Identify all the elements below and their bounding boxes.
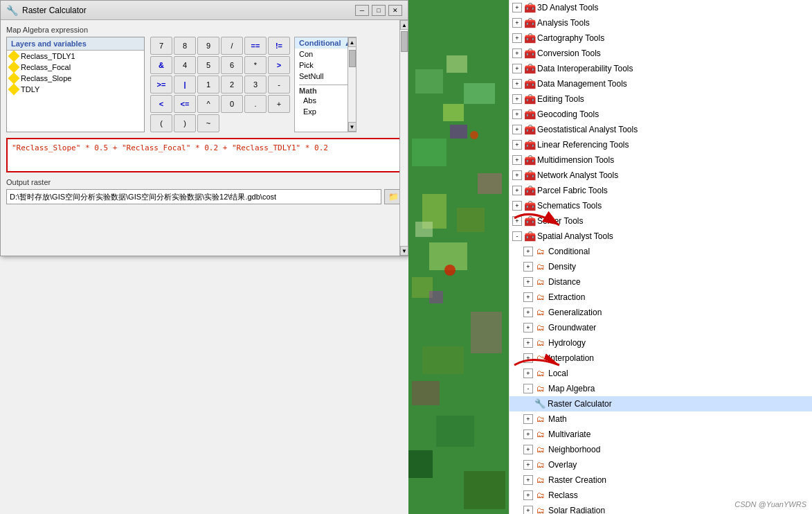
minimize-button[interactable]: ─ <box>355 5 369 16</box>
layer-item-3[interactable]: Reclass_Slope <box>7 73 144 84</box>
layer-item-2[interactable]: Reclass_Focal <box>7 62 144 73</box>
math-exp[interactable]: Exp <box>299 106 352 117</box>
layer-item-4[interactable]: TDLY <box>7 84 144 95</box>
expand-linear-ref[interactable]: + <box>512 140 522 150</box>
btn-8[interactable]: 8 <box>174 37 196 55</box>
scroll-thumb[interactable] <box>349 50 356 67</box>
tree-item-server[interactable]: + 🧰 Server Tools <box>509 213 812 229</box>
btn-lte[interactable]: <= <box>174 95 196 113</box>
tree-item-distance[interactable]: + 🗂 Distance <box>509 274 812 290</box>
btn-pipe[interactable]: | <box>174 76 196 94</box>
tree-item-neighborhood[interactable]: + 🗂 Neighborhood <box>509 442 812 457</box>
expand-spatial-analyst[interactable]: - <box>512 231 522 241</box>
btn-gt[interactable]: > <box>268 56 290 74</box>
main-scroll-up[interactable]: ▲ <box>400 20 408 30</box>
tree-item-raster-calculator[interactable]: 🔧 Raster Calculator <box>509 396 812 411</box>
btn-5[interactable]: 5 <box>197 56 219 74</box>
btn-dot[interactable]: . <box>244 95 267 113</box>
maximize-button[interactable]: □ <box>372 5 386 16</box>
expand-analysis[interactable]: + <box>512 18 522 28</box>
expand-network[interactable]: + <box>512 170 522 180</box>
btn-2[interactable]: 2 <box>221 76 243 94</box>
scroll-up[interactable]: ▲ <box>348 37 357 47</box>
btn-eq[interactable]: == <box>244 37 267 55</box>
tree-item-math[interactable]: + 🗂 Math <box>509 411 812 427</box>
cond-setnull[interactable]: SetNull <box>295 71 356 82</box>
tree-item-overlay[interactable]: + 🗂 Overlay <box>509 457 812 472</box>
tree-item-analysis[interactable]: + 🧰 Analysis Tools <box>509 15 812 30</box>
btn-tilde[interactable]: ~ <box>197 114 219 132</box>
tree-item-cartography[interactable]: + 🧰 Cartography Tools <box>509 30 812 46</box>
btn-0[interactable]: 0 <box>221 95 243 113</box>
tree-item-data-mgmt[interactable]: + 🧰 Data Management Tools <box>509 76 812 91</box>
btn-lparen[interactable]: ( <box>150 114 172 132</box>
tree-item-map-algebra[interactable]: - 🗂 Map Algebra <box>509 381 812 396</box>
main-scroll-down[interactable]: ▼ <box>400 246 408 256</box>
expand-hydrology[interactable]: + <box>523 338 533 348</box>
expression-box[interactable]: "Reclass_Slope" * 0.5 + "Reclass_Focal" … <box>6 138 402 172</box>
layer-item-1[interactable]: Reclass_TDLY1 <box>7 51 144 62</box>
expand-neighborhood[interactable]: + <box>523 445 533 454</box>
btn-neq[interactable]: != <box>268 37 290 55</box>
expand-parcel[interactable]: + <box>512 186 522 195</box>
expand-multidimension[interactable]: + <box>512 155 522 165</box>
btn-3[interactable]: 3 <box>244 76 267 94</box>
main-scroll-thumb[interactable] <box>401 31 408 52</box>
btn-1[interactable]: 1 <box>197 76 219 94</box>
expand-extraction[interactable]: + <box>523 292 533 302</box>
output-input[interactable] <box>6 189 381 204</box>
tree-item-local[interactable]: + 🗂 Local <box>509 366 812 381</box>
expand-distance[interactable]: + <box>523 277 533 287</box>
tree-item-3d[interactable]: + 🧰 3D Analyst Tools <box>509 0 812 15</box>
tree-item-network[interactable]: + 🧰 Network Analyst Tools <box>509 168 812 183</box>
tree-item-linear-ref[interactable]: + 🧰 Linear Referencing Tools <box>509 137 812 152</box>
btn-gte[interactable]: >= <box>150 76 172 94</box>
expand-server[interactable]: + <box>512 216 522 226</box>
tree-item-conversion[interactable]: + 🧰 Conversion Tools <box>509 46 812 61</box>
expand-groundwater[interactable]: + <box>523 323 533 333</box>
tree-item-density[interactable]: + 🗂 Density <box>509 259 812 274</box>
expand-3d[interactable]: + <box>512 3 522 12</box>
expand-raster-creation[interactable]: + <box>523 475 533 485</box>
expand-conversion[interactable]: + <box>512 48 522 58</box>
tree-item-extraction[interactable]: + 🗂 Extraction <box>509 290 812 305</box>
expand-geostatistical[interactable]: + <box>512 125 522 134</box>
btn-7[interactable]: 7 <box>150 37 172 55</box>
expand-multivariate[interactable]: + <box>523 429 533 439</box>
btn-rparen[interactable]: ) <box>174 114 196 132</box>
btn-4[interactable]: 4 <box>174 56 196 74</box>
btn-lt[interactable]: < <box>150 95 172 113</box>
tree-item-geocoding[interactable]: + 🧰 Geocoding Tools <box>509 107 812 122</box>
expand-overlay[interactable]: + <box>523 460 533 470</box>
expand-reclass[interactable]: + <box>523 490 533 500</box>
btn-add[interactable]: + <box>268 95 290 113</box>
tree-item-raster-creation[interactable]: + 🗂 Raster Creation <box>509 472 812 488</box>
tree-item-interpolation[interactable]: + 🗂 Interpolation <box>509 351 812 366</box>
math-abs[interactable]: Abs <box>299 95 352 106</box>
expand-generalization[interactable]: + <box>523 308 533 317</box>
tree-item-multivariate[interactable]: + 🗂 Multivariate <box>509 427 812 442</box>
expand-data-mgmt[interactable]: + <box>512 79 522 89</box>
tree-item-hydrology[interactable]: + 🗂 Hydrology <box>509 335 812 351</box>
tree-item-geostatistical[interactable]: + 🧰 Geostatistical Analyst Tools <box>509 122 812 137</box>
expand-editing[interactable]: + <box>512 94 522 104</box>
expand-interpolation[interactable]: + <box>523 353 533 363</box>
btn-caret[interactable]: ^ <box>197 95 219 113</box>
expand-solar-radiation[interactable]: + <box>523 506 533 514</box>
expand-conditional[interactable]: + <box>523 247 533 256</box>
tree-item-data-interop[interactable]: + 🧰 Data Interoperability Tools <box>509 61 812 76</box>
expand-map-algebra[interactable]: - <box>523 384 533 393</box>
scroll-down[interactable]: ▼ <box>348 122 357 132</box>
tree-item-conditional[interactable]: + 🗂 Conditional <box>509 244 812 259</box>
tree-item-spatial-analyst[interactable]: - 🧰 Spatial Analyst Tools <box>509 229 812 244</box>
btn-amp[interactable]: & <box>150 56 172 74</box>
tree-item-multidimension[interactable]: + 🧰 Multidimension Tools <box>509 152 812 168</box>
tree-item-parcel[interactable]: + 🧰 Parcel Fabric Tools <box>509 183 812 198</box>
expand-geocoding[interactable]: + <box>512 109 522 119</box>
cond-pick[interactable]: Pick <box>295 60 356 71</box>
tree-item-schematics[interactable]: + 🧰 Schematics Tools <box>509 198 812 213</box>
btn-6[interactable]: 6 <box>221 56 243 74</box>
cond-con[interactable]: Con <box>295 48 356 60</box>
expand-math[interactable]: + <box>523 414 533 424</box>
btn-sub[interactable]: - <box>268 76 290 94</box>
